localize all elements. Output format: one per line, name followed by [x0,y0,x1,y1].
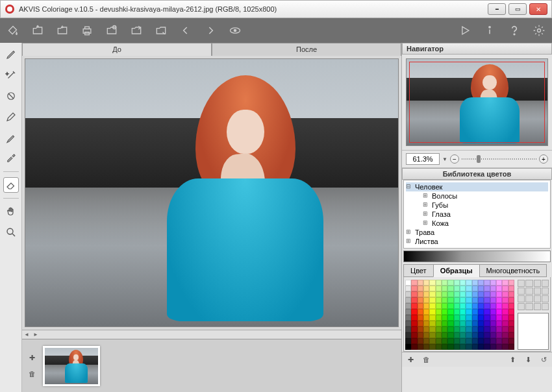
center-area: До После ✚ 🗑 [22,43,402,392]
eraser-tool-icon[interactable] [3,177,19,193]
thumbnail[interactable] [43,346,100,386]
svg-point-1 [7,6,12,12]
add-swatch-icon[interactable]: ✚ [405,354,416,365]
svg-point-10 [538,29,541,32]
tab-multicolor[interactable]: Многоцветность [479,264,547,277]
maximize-button[interactable] [508,3,527,15]
color-palette[interactable] [405,280,515,350]
swatches-panel [403,277,551,352]
zoom-dropdown-icon[interactable]: ▼ [442,156,447,162]
eyedropper-tool-icon[interactable] [3,151,19,166]
protect-tool-icon[interactable] [3,88,19,104]
tree-item-grass[interactable]: Трава [406,228,548,237]
library-title: Библиотека цветов [402,168,552,180]
pencil-tool-icon[interactable] [3,47,19,62]
print-icon[interactable] [79,23,95,38]
reset-swatch-icon[interactable]: ↺ [538,354,549,365]
image-preview [25,59,398,326]
zoom-value[interactable]: 61.3% [406,153,440,165]
help-icon[interactable] [507,23,522,38]
run-icon[interactable] [457,23,473,38]
tube-tool-icon[interactable] [3,130,19,145]
undo-icon[interactable] [178,23,194,38]
svg-point-12 [7,228,13,234]
settings-icon[interactable] [531,23,547,38]
titlebar: AKVIS Coloriage v.10.5 - devushki-krasiv… [0,0,552,18]
view-tabs: До После [22,43,401,56]
zoom-out-button[interactable]: − [450,154,459,164]
recolor-tool-icon[interactable] [3,109,19,125]
navigator-preview[interactable] [406,58,548,146]
current-color[interactable] [518,313,549,350]
zoom-slider[interactable] [462,155,536,163]
zoom-tool-icon[interactable] [3,225,19,240]
navigator-title: Навигатор [402,43,552,55]
load-swatch-icon[interactable]: ⬆ [507,354,518,365]
zoom-controls: 61.3% ▼ − + [402,150,552,168]
info-icon[interactable] [482,23,497,38]
svg-point-9 [514,34,515,35]
gradient-bar[interactable] [403,251,551,262]
tab-after[interactable]: После [212,43,401,56]
window-buttons [488,3,547,15]
tab-swatches[interactable]: Образцы [433,264,480,277]
delete-swatch-icon[interactable]: 🗑 [420,354,432,365]
tool-strip [0,43,22,392]
tree-item-eyes[interactable]: Глаза [423,210,548,219]
main-toolbar [0,18,552,43]
add-thumb-icon[interactable]: ✚ [26,352,38,364]
save-swatch-icon[interactable]: ⬇ [522,354,534,365]
custom-grid[interactable] [518,280,549,310]
tree-item-tree[interactable]: Дерево [406,246,548,249]
preview-icon[interactable] [227,23,243,38]
app-icon [5,4,15,14]
color-library-tree[interactable]: Человек Волосы Губы Глаза Кожа Трава Лис… [403,180,551,249]
save-icon[interactable] [55,23,70,38]
tree-item-leaves[interactable]: Листва [406,237,548,246]
presets-icon[interactable] [153,23,169,38]
window-title: AKVIS Coloriage v.10.5 - devushki-krasiv… [19,5,488,13]
svg-point-8 [489,27,490,28]
right-panel: Навигатор 61.3% ▼ − + Библиотека цветов … [402,43,552,392]
hand-tool-icon[interactable] [3,204,19,219]
color-tabs: Цвет Образцы Многоцветность [403,264,551,277]
canvas[interactable] [25,58,399,327]
minimize-button[interactable] [488,3,506,15]
zoom-in-button[interactable]: + [539,154,548,164]
magic-tool-icon[interactable] [3,67,19,83]
navigator-box [402,55,552,150]
redo-icon[interactable] [203,23,218,38]
tab-color[interactable]: Цвет [403,264,434,277]
bucket-icon[interactable] [5,23,21,38]
swatch-buttons: ✚ 🗑 ⬆ ⬇ ↺ [402,352,552,367]
content: До После ✚ 🗑 [0,43,552,392]
canvas-wrap [22,56,401,330]
thumbnail-strip: ✚ 🗑 [22,339,401,392]
tree-item-hair[interactable]: Волосы [423,191,548,201]
tree-item-human[interactable]: Человек [406,182,548,191]
horizontal-scrollbar[interactable] [22,330,401,339]
open-icon[interactable] [30,23,45,38]
svg-rect-2 [83,29,91,34]
tree-item-lips[interactable]: Губы [423,201,548,210]
import-strokes-icon[interactable] [104,23,119,38]
delete-thumb-icon[interactable]: 🗑 [26,368,38,380]
export-strokes-icon[interactable] [129,23,144,38]
tab-before[interactable]: До [22,43,212,56]
svg-point-7 [234,29,236,31]
custom-swatches [518,280,549,350]
tree-item-skin[interactable]: Кожа [423,219,548,228]
svg-rect-3 [85,27,90,29]
close-button[interactable] [529,3,547,15]
